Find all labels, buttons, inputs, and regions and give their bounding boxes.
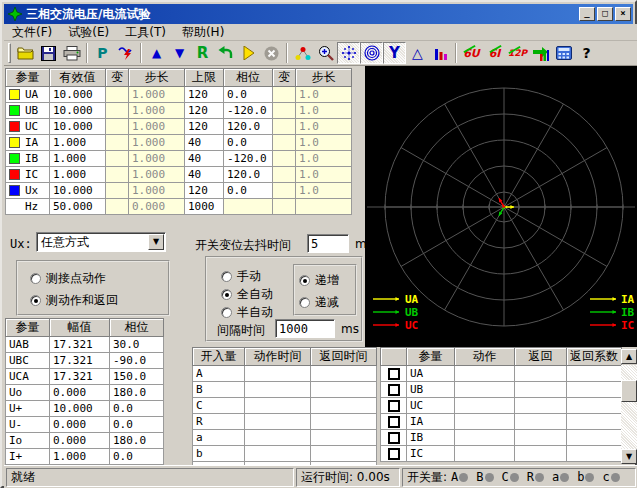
ux-mode-combo[interactable]: 任意方式 ▼ <box>36 232 166 252</box>
param-cell-rms[interactable]: 1.000 <box>50 167 106 183</box>
param-cell-chg1[interactable] <box>106 135 129 151</box>
param-cell-rms[interactable]: 50.000 <box>50 199 106 215</box>
param-cell-rms[interactable]: 10.000 <box>50 183 106 199</box>
param-cell-limit[interactable]: 120 <box>185 183 224 199</box>
param-cell-chg1[interactable] <box>106 151 129 167</box>
param-cell-pstep[interactable]: 1.0 <box>296 151 352 167</box>
action-checkbox-cell[interactable] <box>381 446 407 462</box>
output-bars-button[interactable] <box>529 42 552 64</box>
menu-item-2[interactable]: 工具(T) <box>117 23 174 42</box>
param-cell-chg2[interactable] <box>273 87 296 103</box>
param-cell-pstep[interactable]: 1.0 <box>296 103 352 119</box>
step-down-button[interactable]: ▼ <box>168 42 191 64</box>
calculator-button[interactable] <box>552 42 575 64</box>
menu-item-0[interactable]: 文件(F) <box>4 23 60 42</box>
action-checkbox[interactable] <box>388 400 400 412</box>
six-i-button[interactable]: 6I <box>483 42 506 64</box>
close-button[interactable]: × <box>615 7 631 21</box>
step-dir-option-0[interactable]: 递增 <box>299 272 339 289</box>
action-checkbox-cell[interactable] <box>381 382 407 398</box>
wye-view-button[interactable]: Y <box>383 42 406 64</box>
trip-mode-option-1[interactable]: 测动作和返回 <box>30 292 118 309</box>
param-cell-step[interactable]: 0.000 <box>129 199 185 215</box>
action-checkbox[interactable] <box>388 368 400 380</box>
run-mode-option-1[interactable]: 全自动 <box>221 286 273 303</box>
param-cell-pstep[interactable] <box>296 199 352 215</box>
action-checkbox-cell[interactable] <box>381 414 407 430</box>
interval-input[interactable] <box>275 319 335 338</box>
param-cell-limit[interactable]: 40 <box>185 135 224 151</box>
param-cell-limit[interactable]: 40 <box>185 151 224 167</box>
param-cell-pstep[interactable]: 1.0 <box>296 119 352 135</box>
param-cell-step[interactable]: 1.000 <box>129 135 185 151</box>
param-cell-chg2[interactable] <box>273 135 296 151</box>
param-cell-chg1[interactable] <box>106 103 129 119</box>
param-cell-rms[interactable]: 1.000 <box>50 151 106 167</box>
param-cell-phase[interactable]: -120.0 <box>224 103 273 119</box>
param-cell-phase[interactable]: 0.0 <box>224 183 273 199</box>
param-cell-step[interactable]: 1.000 <box>129 119 185 135</box>
param-cell-chg2[interactable] <box>273 199 296 215</box>
param-cell-phase[interactable] <box>224 199 273 215</box>
param-cell-chg1[interactable] <box>106 199 129 215</box>
param-cell-step[interactable]: 1.000 <box>129 103 185 119</box>
param-cell-chg1[interactable] <box>106 167 129 183</box>
reset-r-button[interactable]: R <box>191 42 214 64</box>
scroll-up-icon[interactable]: ▲ <box>621 349 637 364</box>
zoom-button[interactable] <box>314 42 337 64</box>
param-cell-chg2[interactable] <box>273 119 296 135</box>
save-file-button[interactable] <box>37 42 60 64</box>
toolbar-grip[interactable] <box>8 43 11 63</box>
param-cell-limit[interactable]: 120 <box>185 103 224 119</box>
param-cell-chg1[interactable] <box>106 87 129 103</box>
six-u-button[interactable]: 6U <box>460 42 483 64</box>
scrollbar[interactable]: ▲ ▼ <box>621 365 637 464</box>
param-cell-rms[interactable]: 1.000 <box>50 135 106 151</box>
param-cell-pstep[interactable]: 1.0 <box>296 183 352 199</box>
debounce-input[interactable] <box>307 234 349 253</box>
menu-item-3[interactable]: 帮助(H) <box>174 23 232 42</box>
vector-nodes-button[interactable] <box>291 42 314 64</box>
param-cell-chg1[interactable] <box>106 119 129 135</box>
param-cell-limit[interactable]: 120 <box>185 87 224 103</box>
menu-item-1[interactable]: 试验(E) <box>60 23 117 42</box>
action-checkbox[interactable] <box>388 416 400 428</box>
param-cell-chg2[interactable] <box>273 103 296 119</box>
param-cell-phase[interactable]: 0.0 <box>224 87 273 103</box>
action-checkbox-cell[interactable] <box>381 398 407 414</box>
delta-view-button[interactable]: △ <box>406 42 429 64</box>
trip-mode-option-0[interactable]: 测接点动作 <box>30 270 106 287</box>
step-up-button[interactable]: ▲ <box>145 42 168 64</box>
maximize-button[interactable]: □ <box>597 7 613 21</box>
action-checkbox[interactable] <box>388 384 400 396</box>
open-file-button[interactable] <box>14 42 37 64</box>
param-cell-phase[interactable]: 120.0 <box>224 119 273 135</box>
param-cell-limit[interactable]: 120 <box>185 119 224 135</box>
param-cell-chg2[interactable] <box>273 151 296 167</box>
undo-button[interactable] <box>214 42 237 64</box>
param-p-button[interactable]: P <box>91 42 114 64</box>
action-checkbox[interactable] <box>388 448 400 460</box>
scroll-down-icon[interactable]: ▼ <box>621 449 637 464</box>
param-cell-limit[interactable]: 1000 <box>185 199 224 215</box>
param-cell-pstep[interactable]: 1.0 <box>296 135 352 151</box>
param-cell-step[interactable]: 1.000 <box>129 183 185 199</box>
param-cell-rms[interactable]: 10.000 <box>50 87 106 103</box>
step-dir-option-1[interactable]: 递减 <box>299 294 339 311</box>
param-cell-chg2[interactable] <box>273 167 296 183</box>
param-cell-chg1[interactable] <box>106 183 129 199</box>
help-button[interactable]: ? <box>575 42 598 64</box>
action-checkbox-cell[interactable] <box>381 430 407 446</box>
param-cell-phase[interactable]: 120.0 <box>224 167 273 183</box>
print-button[interactable] <box>60 42 83 64</box>
action-checkbox-cell[interactable] <box>381 366 407 382</box>
param-cell-step[interactable]: 1.000 <box>129 151 185 167</box>
param-cell-chg2[interactable] <box>273 183 296 199</box>
param-cell-phase[interactable]: 0.0 <box>224 135 273 151</box>
param-cell-step[interactable]: 1.000 <box>129 167 185 183</box>
param-cell-limit[interactable]: 40 <box>185 167 224 183</box>
param-cell-step[interactable]: 1.000 <box>129 87 185 103</box>
twelve-p-button[interactable]: 12P <box>506 42 529 64</box>
action-checkbox[interactable] <box>388 432 400 444</box>
scrollbar-thumb[interactable] <box>621 380 637 402</box>
